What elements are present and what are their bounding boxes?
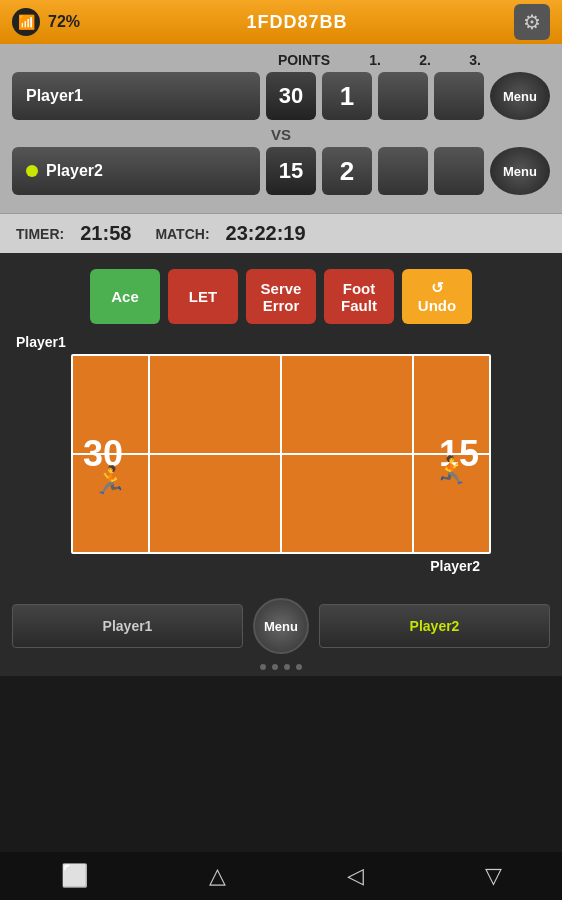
player1-set1: 1 bbox=[322, 72, 372, 120]
session-id: 1FDD87BB bbox=[247, 12, 348, 33]
nav-bar: ⬜ △ ◁ ▽ bbox=[0, 852, 562, 900]
player2-menu-button[interactable]: Menu bbox=[490, 147, 550, 195]
gear-icon: ⚙ bbox=[523, 10, 541, 34]
player2-points: 15 bbox=[266, 147, 316, 195]
court-player2-label: Player2 bbox=[12, 558, 480, 574]
match-value: 23:22:19 bbox=[226, 222, 306, 245]
center-menu-button[interactable]: Menu bbox=[253, 598, 309, 654]
match-label: MATCH: bbox=[155, 226, 209, 242]
nav-home-icon[interactable]: △ bbox=[209, 863, 226, 889]
points-label: POINTS bbox=[278, 52, 330, 68]
player2-row: Player2 15 2 Menu bbox=[12, 147, 550, 195]
player1-side-button[interactable]: Player1 bbox=[12, 604, 243, 648]
player2-dot bbox=[26, 165, 38, 177]
gear-button[interactable]: ⚙ bbox=[514, 4, 550, 40]
col2-label: 2. bbox=[400, 52, 450, 68]
player2-name-box: Player2 bbox=[12, 147, 260, 195]
let-button[interactable]: LET bbox=[168, 269, 238, 324]
col1-label: 1. bbox=[350, 52, 400, 68]
dots-row bbox=[0, 658, 562, 676]
nav-menu-icon[interactable]: ▽ bbox=[485, 863, 502, 889]
foot-fault-button[interactable]: FootFault bbox=[324, 269, 394, 324]
battery-percent: 72% bbox=[48, 13, 80, 31]
player1-points: 30 bbox=[266, 72, 316, 120]
dot-4 bbox=[296, 664, 302, 670]
player1-name-box: Player1 bbox=[12, 72, 260, 120]
col3-label: 3. bbox=[450, 52, 500, 68]
timer-label: TIMER: bbox=[16, 226, 64, 242]
timer-bar: TIMER: 21:58 MATCH: 23:22:19 bbox=[0, 213, 562, 253]
player1-menu-button[interactable]: Menu bbox=[490, 72, 550, 120]
undo-button[interactable]: ↺Undo bbox=[402, 269, 472, 324]
signal-icon: 📶 bbox=[12, 8, 40, 36]
court-center-v-line bbox=[280, 356, 282, 552]
player2-figure: 🏃 bbox=[431, 451, 471, 490]
player1-name: Player1 bbox=[26, 87, 83, 105]
player1-figure: 🏃 bbox=[90, 461, 130, 500]
bottom-buttons: Player1 Menu Player2 bbox=[0, 590, 562, 658]
player2-side-button[interactable]: Player2 bbox=[319, 604, 550, 648]
court-player1-label: Player1 bbox=[16, 334, 550, 350]
vs-label: VS bbox=[12, 126, 550, 143]
top-bar: 📶 72% 1FDD87BB ⚙ bbox=[0, 0, 562, 44]
dot-2 bbox=[272, 664, 278, 670]
player2-set1: 2 bbox=[322, 147, 372, 195]
top-bar-left: 📶 72% bbox=[12, 8, 80, 36]
score-header: POINTS 1. 2. 3. bbox=[12, 52, 550, 68]
dot-1 bbox=[260, 664, 266, 670]
serve-error-button[interactable]: ServeError bbox=[246, 269, 316, 324]
ace-button[interactable]: Ace bbox=[90, 269, 160, 324]
nav-recent-icon[interactable]: ⬜ bbox=[61, 863, 88, 889]
tennis-court: 30 15 🏃 🏃 bbox=[71, 354, 491, 554]
player1-row: Player1 30 1 Menu bbox=[12, 72, 550, 120]
player1-set2 bbox=[378, 72, 428, 120]
action-area: Ace LET ServeError FootFault ↺Undo Playe… bbox=[0, 253, 562, 590]
player2-set3 bbox=[434, 147, 484, 195]
timer-value: 21:58 bbox=[80, 222, 131, 245]
player1-set3 bbox=[434, 72, 484, 120]
action-buttons: Ace LET ServeError FootFault ↺Undo bbox=[12, 269, 550, 324]
player2-name: Player2 bbox=[46, 162, 103, 180]
col-labels: 1. 2. 3. bbox=[350, 52, 500, 68]
nav-back-icon[interactable]: ◁ bbox=[347, 863, 364, 889]
player2-set2 bbox=[378, 147, 428, 195]
court-section: Player1 30 15 🏃 🏃 Player2 bbox=[12, 334, 550, 574]
dot-3 bbox=[284, 664, 290, 670]
scoreboard: POINTS 1. 2. 3. Player1 30 1 Menu VS Pla… bbox=[0, 44, 562, 213]
